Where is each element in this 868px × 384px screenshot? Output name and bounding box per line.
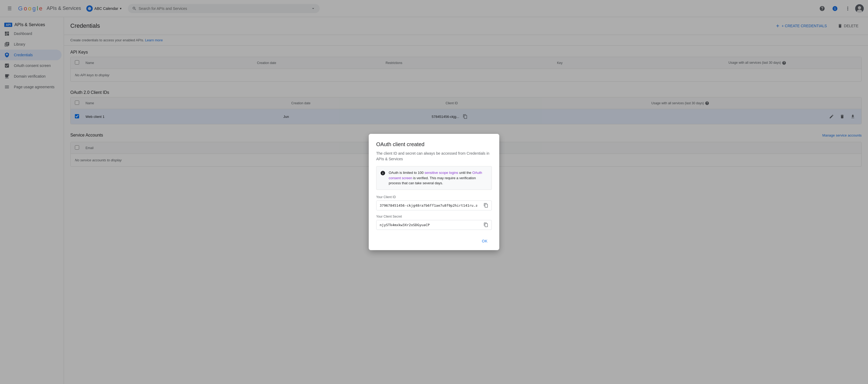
client-id-input[interactable] xyxy=(376,201,480,210)
dialog-actions: OK xyxy=(376,234,492,246)
dialog-info-box: OAuth is limited to 100 sensitive scope … xyxy=(376,166,492,190)
client-id-input-row xyxy=(376,201,492,210)
client-id-field: Your Client ID xyxy=(376,195,492,210)
copy-client-secret-button[interactable] xyxy=(480,220,492,229)
dialog-description: The client ID and secret can always be a… xyxy=(376,151,492,162)
dialog-info-icon xyxy=(380,170,385,186)
dialog-title: OAuth client created xyxy=(376,141,492,147)
copy-secret-icon xyxy=(484,223,488,227)
dialog-info-text: OAuth is limited to 100 sensitive scope … xyxy=(389,170,488,186)
client-secret-input-row xyxy=(376,220,492,230)
oauth-created-dialog: OAuth client created The client ID and s… xyxy=(369,134,499,250)
sensitive-scope-link[interactable]: sensitive scope logins xyxy=(425,171,458,175)
client-secret-input[interactable] xyxy=(376,220,480,230)
ok-button[interactable]: OK xyxy=(478,236,492,246)
copy-client-id-dialog-button[interactable] xyxy=(480,201,492,210)
copy-icon xyxy=(484,203,488,208)
dialog-overlay: OAuth client created The client ID and s… xyxy=(0,0,868,384)
client-secret-label: Your Client Secret xyxy=(376,215,492,218)
client-secret-field: Your Client Secret xyxy=(376,215,492,230)
client-id-label: Your Client ID xyxy=(376,195,492,199)
